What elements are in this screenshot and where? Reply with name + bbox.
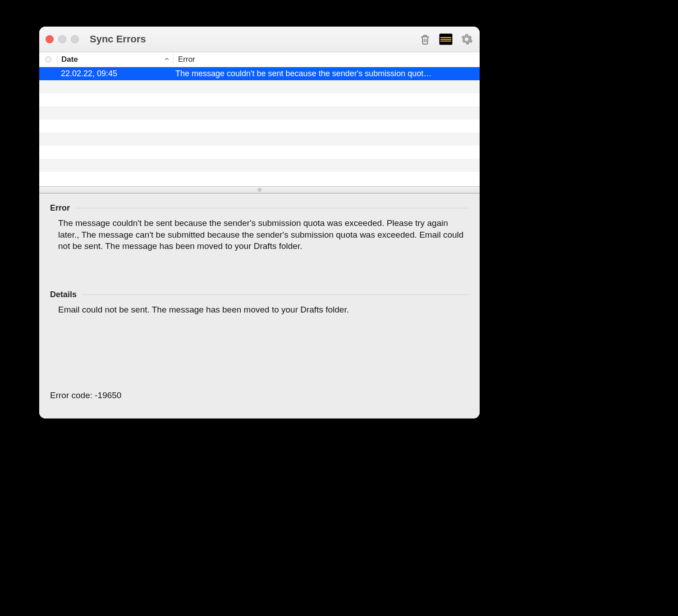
window-title: Sync Errors: [90, 33, 146, 45]
zoom-window-button[interactable]: [71, 35, 79, 43]
table-row[interactable]: [39, 172, 480, 185]
status-dot-icon: [45, 56, 51, 63]
table-row[interactable]: [39, 159, 480, 172]
pane-splitter[interactable]: [39, 186, 480, 193]
warnings-button[interactable]: [439, 32, 453, 46]
minimize-window-button[interactable]: [58, 35, 66, 43]
details-section-header: Details: [50, 290, 469, 299]
error-code: Error code: -19650: [50, 391, 121, 400]
gear-icon: [460, 33, 473, 46]
table-row[interactable]: [39, 120, 480, 133]
details-section-label: Details: [50, 290, 77, 299]
table-row[interactable]: 22.02.22, 09:45 The message couldn't be …: [39, 67, 480, 80]
error-section-body: The message couldn't be sent because the…: [50, 217, 469, 252]
details-pane: Error The message couldn't be sent becau…: [39, 193, 480, 418]
sync-errors-window: Sync Errors: [39, 27, 480, 418]
titlebar: Sync Errors: [39, 27, 480, 52]
close-window-button[interactable]: [46, 35, 54, 43]
row-date: 22.02.22, 09:45: [57, 69, 173, 78]
error-column-header[interactable]: Error: [174, 55, 480, 64]
date-column-label: Date: [61, 55, 78, 64]
error-section-label: Error: [50, 203, 70, 213]
sort-ascending-icon: [164, 56, 170, 63]
error-section-header: Error: [50, 203, 469, 213]
error-table: 22.02.22, 09:45 The message couldn't be …: [39, 67, 480, 186]
warning-icon: [439, 33, 453, 45]
table-row[interactable]: [39, 80, 480, 93]
table-row[interactable]: [39, 133, 480, 146]
row-error: The message couldn't be sent because the…: [173, 69, 480, 78]
date-column-header[interactable]: Date: [58, 55, 173, 64]
table-header: Date Error: [39, 52, 480, 67]
status-column-header[interactable]: [39, 56, 57, 63]
delete-button[interactable]: [418, 32, 432, 46]
toolbar: [418, 32, 473, 46]
table-row[interactable]: [39, 93, 480, 106]
traffic-lights: [46, 35, 79, 43]
table-row[interactable]: [39, 106, 480, 120]
details-section-body: Email could not be sent. The message has…: [50, 304, 469, 316]
grip-icon: [258, 188, 261, 192]
settings-button[interactable]: [460, 32, 473, 46]
table-row[interactable]: [39, 146, 480, 159]
error-column-label: Error: [178, 55, 195, 64]
trash-icon: [419, 33, 431, 46]
